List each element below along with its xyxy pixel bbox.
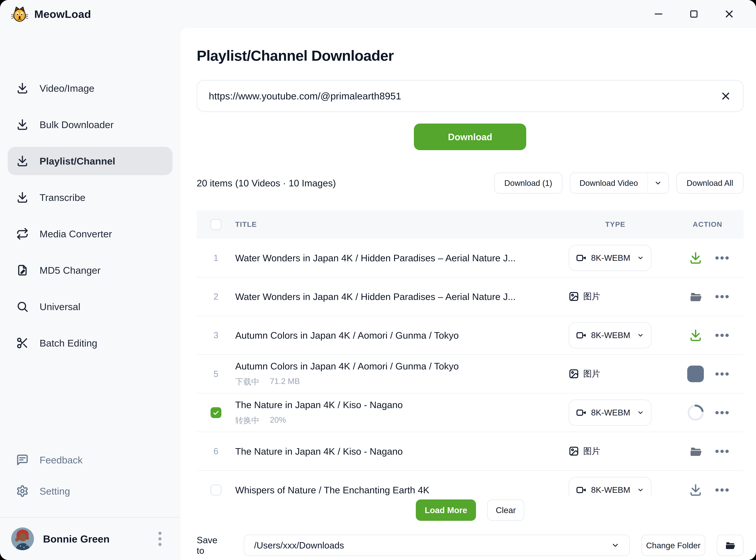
download-all-button[interactable]: Download All (676, 173, 743, 194)
sidebar-item-label: Feedback (40, 454, 83, 466)
row-status-label: 下载中 (235, 376, 259, 387)
table-row: Whispers of Nature / The Enchanting Eart… (197, 471, 743, 496)
row-number: 6 (214, 446, 218, 456)
sidebar-item-universal[interactable]: Universal (0, 288, 180, 325)
repeat-icon (16, 227, 29, 240)
app-title: MeowLoad (34, 8, 91, 20)
download-icon (16, 155, 29, 167)
sidebar-nav: Video/Image Bulk Downloader Playlist/Cha… (0, 70, 180, 361)
table-row: 2 Water Wonders in Japan 4K / Hidden Par… (197, 277, 743, 316)
more-options-icon[interactable] (715, 371, 730, 377)
url-input-value: https://www.youtube.com/@primalearth8951 (209, 90, 720, 102)
user-menu-icon[interactable] (156, 531, 163, 547)
open-folder-icon[interactable] (687, 443, 704, 460)
sidebar-item-setting[interactable]: Setting (0, 476, 180, 507)
sidebar-spacer (0, 361, 180, 444)
image-icon (569, 446, 579, 456)
chevron-down-icon (654, 179, 662, 187)
row-title: Water Wonders in Japan 4K / Hidden Parad… (235, 253, 558, 263)
sidebar-item-video-image[interactable]: Video/Image (0, 70, 180, 106)
user-row[interactable]: Bonnie Green (0, 518, 180, 560)
download-item-icon[interactable] (687, 327, 704, 344)
column-type: TYPE (569, 220, 675, 228)
url-input[interactable]: https://www.youtube.com/@primalearth8951 (197, 80, 743, 112)
row-status: 转换中 20% (235, 415, 558, 426)
open-folder-button[interactable] (717, 535, 743, 556)
open-folder-icon[interactable] (687, 288, 704, 305)
more-options-icon[interactable] (715, 333, 730, 338)
format-select[interactable]: 8K-WEBM (569, 245, 652, 271)
stop-icon[interactable] (687, 365, 704, 382)
row-status-label: 转换中 (235, 415, 259, 426)
chevron-down-icon (637, 255, 644, 261)
column-title: TITLE (235, 220, 569, 228)
download-button[interactable]: Download (414, 123, 526, 150)
sidebar: Video/Image Bulk Downloader Playlist/Cha… (0, 28, 180, 560)
user-name: Bonnie Green (43, 533, 110, 545)
format-label: 8K-WEBM (591, 485, 630, 495)
row-title: The Nature in Japan 4K / Kiso - Nagano (235, 399, 558, 410)
app-window: MeowLoad Video/Image Bulk Downloader Pla… (0, 0, 756, 560)
more-options-icon[interactable] (715, 487, 730, 493)
check-icon (212, 409, 220, 416)
sidebar-item-md5-changer[interactable]: MD5 Changer (0, 252, 180, 288)
more-options-icon[interactable] (715, 255, 730, 261)
download-selected-button[interactable]: Download (1) (494, 173, 563, 194)
clear-button[interactable]: Clear (487, 499, 524, 521)
more-options-icon[interactable] (715, 410, 730, 415)
row-checkbox[interactable] (211, 407, 221, 418)
load-more-button[interactable]: Load More (416, 499, 476, 521)
select-all-checkbox[interactable] (211, 219, 221, 230)
sidebar-item-label: Setting (40, 485, 70, 497)
window-controls (653, 8, 735, 20)
more-options-icon[interactable] (715, 294, 730, 299)
format-label: 8K-WEBM (591, 253, 630, 263)
download-item-icon[interactable] (687, 249, 704, 266)
format-label: 8K-WEBM (591, 331, 630, 340)
close-button[interactable] (723, 8, 735, 20)
row-title: Autumn Colors in Japan 4K / Aomori / Gun… (235, 361, 558, 372)
more-options-icon[interactable] (715, 449, 730, 454)
download-video-caret[interactable] (648, 173, 669, 193)
download-icon (16, 118, 29, 131)
file-pen-icon (16, 264, 29, 277)
save-to-bar: Save to /Users/xxx/Downloads Change Fold… (197, 535, 743, 556)
main-panel: Playlist/Channel Downloader https://www.… (180, 28, 756, 560)
sidebar-item-label: MD5 Changer (40, 265, 101, 276)
save-path-select[interactable]: /Users/xxx/Downloads (244, 535, 630, 556)
format-select[interactable]: 8K-WEBM (569, 322, 652, 348)
table-body: 1 Water Wonders in Japan 4K / Hidden Par… (197, 239, 743, 496)
sidebar-item-media-converter[interactable]: Media Converter (0, 216, 180, 252)
download-video-button[interactable]: Download Video (570, 173, 647, 193)
sidebar-item-transcribe[interactable]: Transcribe (0, 179, 180, 216)
spinner-icon (684, 401, 707, 424)
items-detail: (10 Videos · 10 Images) (235, 178, 336, 188)
gear-icon (16, 485, 29, 497)
sidebar-item-feedback[interactable]: Feedback (0, 444, 180, 476)
video-icon (576, 485, 586, 495)
row-status: 下载中 71.2 MB (235, 376, 558, 387)
change-folder-button[interactable]: Change Folder (641, 535, 705, 556)
sidebar-item-label: Batch Editing (40, 337, 97, 349)
sidebar-item-label: Video/Image (40, 83, 94, 94)
row-title: Water Wonders in Japan 4K / Hidden Parad… (235, 291, 558, 302)
table-row: 1 Water Wonders in Japan 4K / Hidden Par… (197, 239, 743, 277)
video-icon (576, 253, 586, 263)
sidebar-item-batch-editing[interactable]: Batch Editing (0, 325, 180, 361)
row-status-value: 20% (270, 415, 286, 426)
format-select[interactable]: 8K-WEBM (569, 400, 652, 426)
download-item-gray-icon[interactable] (687, 482, 704, 497)
clear-url-icon[interactable] (720, 90, 732, 102)
row-checkbox[interactable] (211, 484, 221, 496)
row-number: 2 (214, 292, 218, 302)
chevron-down-icon (637, 409, 644, 416)
maximize-button[interactable] (688, 8, 700, 20)
format-select[interactable]: 8K-WEBM (569, 477, 652, 497)
items-count: 20 items (197, 178, 233, 188)
scissors-icon (16, 337, 29, 349)
minimize-button[interactable] (653, 8, 664, 20)
title-bar: MeowLoad (0, 0, 756, 28)
sidebar-item-playlist-channel[interactable]: Playlist/Channel (8, 147, 173, 175)
row-number: 5 (214, 369, 218, 379)
sidebar-item-bulk-downloader[interactable]: Bulk Downloader (0, 106, 180, 143)
